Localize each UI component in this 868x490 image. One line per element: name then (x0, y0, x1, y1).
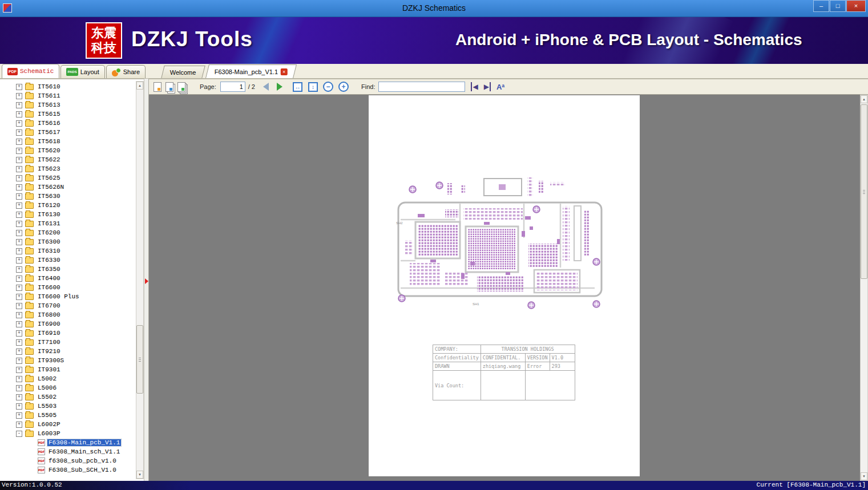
expand-plus-icon[interactable]: + (16, 157, 22, 163)
expand-plus-icon[interactable]: + (16, 257, 22, 264)
tree-folder-row[interactable]: + L6002P (0, 420, 136, 429)
viewer-scrollbar[interactable]: ▲ ▼ (860, 95, 868, 481)
tree-folder-row[interactable]: + L5502 (0, 392, 136, 402)
tree-folder-row[interactable]: + IT5630 (0, 192, 136, 201)
minimize-button[interactable]: – (813, 0, 829, 12)
expand-plus-icon[interactable]: + (16, 248, 22, 254)
find-input[interactable] (378, 82, 465, 92)
expand-plus-icon[interactable]: + (16, 221, 22, 227)
tree-folder-row[interactable]: + IT6600 (0, 283, 136, 292)
expand-plus-icon[interactable]: + (16, 330, 22, 337)
multi-page-icon[interactable] (177, 82, 185, 92)
expand-plus-icon[interactable]: + (16, 139, 22, 145)
tree-folder-row[interactable]: + L5006 (0, 383, 136, 392)
scroll-up-icon[interactable]: ▲ (136, 82, 143, 90)
tree-folder-row[interactable]: + IT6700 (0, 301, 136, 310)
expand-plus-icon[interactable]: + (16, 385, 22, 391)
zoom-out-icon[interactable]: − (323, 82, 333, 92)
tree-folder-row[interactable]: + IT6600 Plus (0, 292, 136, 301)
collapse-minus-icon[interactable]: - (16, 431, 22, 437)
tree-folder-row[interactable]: + IT6310 (0, 246, 136, 256)
tree-folder-row[interactable]: + L5002 (0, 374, 136, 383)
expand-plus-icon[interactable]: + (16, 175, 22, 181)
tree-folder-row[interactable]: + IT6300 (0, 237, 136, 246)
tree-folder-row[interactable]: + IT6400 (0, 274, 136, 283)
tree-folder-row[interactable]: + IT5622 (0, 155, 136, 164)
tree-folder-row[interactable]: + IT6800 (0, 310, 136, 319)
expand-plus-icon[interactable]: + (16, 230, 22, 236)
expand-plus-icon[interactable]: + (16, 276, 22, 282)
tree-folder-row[interactable]: + IT5611 (0, 91, 136, 100)
fit-width-icon[interactable]: ↔ (293, 82, 302, 92)
tree-folder-row[interactable]: + IT9300S (0, 356, 136, 365)
tree-scrollbar-thumb[interactable] (136, 325, 143, 394)
page-number-input[interactable] (220, 82, 245, 92)
expand-plus-icon[interactable]: + (16, 349, 22, 355)
expand-plus-icon[interactable]: + (16, 184, 22, 191)
doc-tab-document[interactable]: F6308-Main_pcb_V1.1 × (205, 64, 297, 78)
scroll-down-icon[interactable]: ▼ (136, 471, 143, 479)
expand-plus-icon[interactable]: + (16, 239, 22, 245)
close-button[interactable]: × (846, 0, 866, 12)
scroll-down-icon[interactable]: ▼ (861, 472, 867, 480)
find-next-icon[interactable]: ▶ (484, 82, 491, 91)
tree-file-row[interactable]: PDF F6308_Main_sch_V1.1 (0, 447, 136, 456)
panel-splitter[interactable] (144, 79, 149, 481)
viewer-scrollbar-thumb[interactable] (861, 104, 867, 279)
expand-plus-icon[interactable]: + (16, 358, 22, 364)
tree-file-row[interactable]: PDF F6308-Main_pcb_V1.1 (0, 438, 136, 447)
tree-folder-row[interactable]: + IT6120 (0, 201, 136, 210)
tree-folder-row[interactable]: + IT5620 (0, 146, 136, 155)
tree-folder-row[interactable]: + IT5613 (0, 100, 136, 110)
expand-plus-icon[interactable]: + (16, 111, 22, 118)
expand-plus-icon[interactable]: + (16, 412, 22, 419)
find-previous-icon[interactable]: ◀ (471, 82, 478, 91)
splitter-arrow-icon[interactable] (145, 278, 148, 284)
tree-folder-row[interactable]: + IT6900 (0, 319, 136, 329)
expand-plus-icon[interactable]: + (16, 303, 22, 309)
tab-layout[interactable]: PADS Layout (60, 65, 104, 78)
doc-tab-welcome[interactable]: Welcome (161, 66, 205, 78)
expand-plus-icon[interactable]: + (16, 203, 22, 209)
tree-folder-row[interactable]: + IT6350 (0, 265, 136, 274)
tree-folder-row[interactable]: + IT5626N (0, 183, 136, 192)
expand-plus-icon[interactable]: + (16, 321, 22, 327)
tree-folder-row[interactable]: + IT5616 (0, 119, 136, 128)
tree-scrollbar[interactable]: ▲ ▼ (136, 81, 144, 479)
tab-share[interactable]: Share (106, 65, 146, 78)
next-page-icon[interactable] (277, 83, 282, 91)
match-case-icon[interactable]: Aª (496, 83, 504, 91)
tree-folder-row[interactable]: + IT5623 (0, 164, 136, 173)
tree-file-row[interactable]: PDF F6308_Sub_SCH_V1.0 (0, 465, 136, 475)
expand-plus-icon[interactable]: + (16, 266, 22, 273)
expand-plus-icon[interactable]: + (16, 422, 22, 428)
expand-plus-icon[interactable]: + (16, 129, 22, 136)
expand-plus-icon[interactable]: + (16, 120, 22, 127)
facing-pages-icon[interactable] (165, 82, 173, 92)
scroll-up-icon[interactable]: ▲ (861, 95, 867, 103)
tree-folder-row[interactable]: + IT5610 (0, 82, 136, 91)
fit-page-icon[interactable]: ↕ (308, 82, 318, 92)
tree-folder-row[interactable]: + IT5625 (0, 173, 136, 183)
tree-folder-row[interactable]: + IT9210 (0, 347, 136, 356)
expand-plus-icon[interactable]: + (16, 166, 22, 172)
expand-plus-icon[interactable]: + (16, 394, 22, 400)
copy-page-icon[interactable] (154, 82, 162, 92)
expand-plus-icon[interactable]: + (16, 312, 22, 318)
expand-plus-icon[interactable]: + (16, 84, 22, 90)
expand-plus-icon[interactable]: + (16, 212, 22, 218)
tree-folder-row[interactable]: + L5503 (0, 402, 136, 411)
tree-folder-row[interactable]: + IT5618 (0, 137, 136, 146)
tree-folder-row[interactable]: + L5505 (0, 411, 136, 420)
tree-folder-row[interactable]: + IT6330 (0, 256, 136, 265)
tree-folder-row[interactable]: + IT7100 (0, 338, 136, 347)
expand-plus-icon[interactable]: + (16, 93, 22, 99)
maximize-button[interactable]: □ (830, 0, 846, 12)
tab-schematic[interactable]: PDF Schematic (2, 64, 59, 78)
expand-plus-icon[interactable]: + (16, 403, 22, 410)
expand-plus-icon[interactable]: + (16, 102, 22, 108)
tree-file-row[interactable]: PDF f6308_sub_pcb_v1.0 (0, 456, 136, 465)
tree-folder-row-expanded[interactable]: - L6003P (0, 429, 136, 438)
expand-plus-icon[interactable]: + (16, 193, 22, 200)
tree-folder-row[interactable]: + IT6910 (0, 329, 136, 338)
